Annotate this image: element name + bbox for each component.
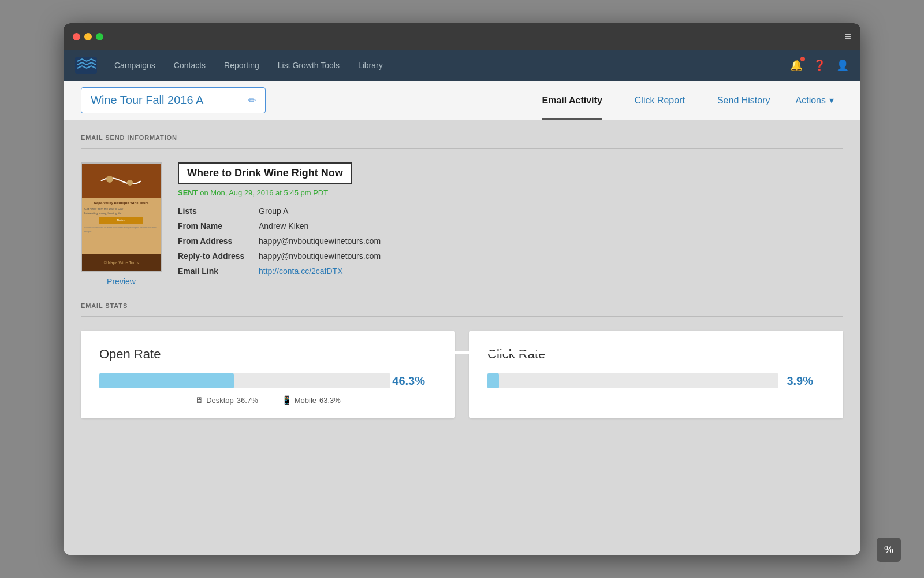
- thumb-bottom: © Napa Wine Tours: [82, 254, 161, 271]
- svg-point-1: [106, 176, 113, 183]
- open-rate-bar-row: 46.3%: [99, 373, 390, 388]
- click-rate-percentage: 3.9%: [787, 375, 813, 388]
- preview-link[interactable]: Preview: [81, 277, 162, 286]
- info-from-name: From Name Andrew Kiken: [178, 221, 843, 231]
- email-send-info-label: EMAIL SEND INFORMATION: [81, 134, 843, 141]
- tab-click-report[interactable]: Click Report: [619, 81, 701, 120]
- annotation-overlay: Subject Line A: [404, 339, 721, 366]
- email-stats-label: EMAIL STATS: [81, 302, 843, 309]
- chevron-down-icon: ▾: [829, 95, 834, 106]
- info-key-email-link: Email Link: [178, 266, 259, 276]
- thumb-mid: Napa Valley Boutique Wine Tours Get Away…: [82, 198, 161, 254]
- maximize-button[interactable]: [96, 33, 103, 40]
- svg-rect-0: [75, 57, 97, 74]
- nav-list-growth-tools[interactable]: List Growth Tools: [278, 61, 340, 70]
- thumb-top: [82, 164, 161, 198]
- close-button[interactable]: [73, 33, 80, 40]
- open-rate-sub-items: 🖥 Desktop 36.7% 📱 Mobile 63.3%: [99, 395, 437, 405]
- edit-icon[interactable]: ✏: [248, 95, 256, 106]
- actions-button[interactable]: Actions ▾: [787, 81, 843, 120]
- traffic-lights: [73, 33, 103, 40]
- info-key-from-name: From Name: [178, 221, 259, 231]
- accessibility-button[interactable]: %: [877, 538, 901, 562]
- info-val-lists: Group A: [259, 206, 288, 216]
- info-reply-to: Reply-to Address happy@nvboutiquewinetou…: [178, 251, 843, 261]
- title-bar: ≡: [64, 23, 860, 50]
- sub-divider: [270, 396, 270, 404]
- open-rate-percentage: 46.3%: [392, 375, 425, 388]
- menu-icon[interactable]: ≡: [844, 30, 851, 43]
- click-rate-bar: [487, 373, 499, 388]
- nav-bar: Campaigns Contacts Reporting List Growth…: [64, 50, 860, 81]
- info-val-from-address: happy@nvboutiquewinetours.com: [259, 236, 381, 246]
- notification-badge: [800, 57, 805, 61]
- open-rate-bar-container: [99, 373, 390, 388]
- annotation-arrow: [404, 341, 554, 364]
- tab-send-history[interactable]: Send History: [701, 81, 787, 120]
- email-send-wrapper: Napa Valley Boutique Wine Tours Get Away…: [81, 162, 843, 286]
- minimize-button[interactable]: [84, 33, 92, 40]
- info-from-address: From Address happy@nvboutiquewinetours.c…: [178, 236, 843, 246]
- tab-email-activity[interactable]: Email Activity: [526, 81, 618, 120]
- sub-nav: Email Activity Click Report Send History…: [526, 81, 843, 120]
- email-send-info-section: EMAIL SEND INFORMATION Napa Valley Bouti…: [81, 134, 843, 286]
- sent-line: SENT on Mon, Aug 29, 2016 at 5:45 pm PDT: [178, 188, 843, 197]
- accessibility-icon: %: [884, 544, 893, 556]
- info-key-lists: Lists: [178, 206, 259, 216]
- nav-reporting[interactable]: Reporting: [224, 61, 259, 70]
- open-rate-card: Open Rate 46.3% 🖥 Desktop 36.7%: [81, 331, 455, 418]
- mobile-label: Mobile: [295, 396, 316, 405]
- email-details: Where to Drink Wine Right Now SENT on Mo…: [178, 162, 843, 281]
- desktop-label: Desktop: [206, 396, 234, 405]
- app-window: ≡ Campaigns Contacts Reporting List Grow…: [64, 23, 860, 555]
- email-thumbnail: Napa Valley Boutique Wine Tours Get Away…: [81, 162, 162, 272]
- nav-contacts[interactable]: Contacts: [174, 61, 206, 70]
- user-icon[interactable]: 👤: [836, 59, 849, 72]
- sub-header: Wine Tour Fall 2016 A ✏ Email Activity C…: [64, 81, 860, 120]
- info-lists: Lists Group A: [178, 206, 843, 216]
- desktop-value: 36.7%: [237, 396, 258, 405]
- info-email-link: Email Link http://conta.cc/2cafDTX: [178, 266, 843, 276]
- open-rate-title: Open Rate: [99, 347, 437, 362]
- open-rate-sub: 🖥 Desktop 36.7% 📱 Mobile 63.3%: [99, 395, 437, 405]
- subject-line: Where to Drink Wine Right Now: [178, 162, 352, 184]
- nav-campaigns[interactable]: Campaigns: [114, 61, 155, 70]
- thumbnail-container: Napa Valley Boutique Wine Tours Get Away…: [81, 162, 162, 286]
- logo[interactable]: [75, 57, 97, 74]
- nav-library[interactable]: Library: [358, 61, 383, 70]
- mobile-icon: 📱: [282, 395, 292, 405]
- click-rate-bar-row: 3.9%: [487, 373, 778, 388]
- campaign-title: Wine Tour Fall 2016 A: [91, 94, 203, 107]
- content-area: EMAIL SEND INFORMATION Napa Valley Bouti…: [64, 120, 860, 555]
- mobile-value: 63.3%: [319, 396, 341, 405]
- open-rate-bar: [99, 373, 234, 388]
- mobile-stat: 📱 Mobile 63.3%: [282, 395, 341, 405]
- info-key-reply-to: Reply-to Address: [178, 251, 259, 261]
- info-val-reply-to: happy@nvboutiquewinetours.com: [259, 251, 381, 261]
- info-val-from-name: Andrew Kiken: [259, 221, 308, 231]
- actions-label: Actions: [796, 95, 826, 106]
- annotation-text: Subject Line A: [566, 339, 721, 366]
- desktop-icon: 🖥: [195, 395, 203, 405]
- sent-label: SENT: [178, 188, 198, 197]
- email-send-info: Napa Valley Boutique Wine Tours Get Away…: [81, 162, 843, 286]
- nav-right-icons: 🔔 ❓ 👤: [790, 59, 849, 72]
- svg-point-2: [127, 180, 133, 186]
- nav-links: Campaigns Contacts Reporting List Growth…: [114, 61, 383, 70]
- campaign-title-box: Wine Tour Fall 2016 A ✏: [81, 87, 266, 113]
- section-divider: [81, 148, 843, 149]
- help-icon[interactable]: ❓: [813, 59, 826, 72]
- sent-date: on Mon, Aug 29, 2016 at 5:45 pm PDT: [198, 188, 328, 197]
- click-rate-bar-container: [487, 373, 778, 388]
- stats-divider: [81, 316, 843, 317]
- desktop-stat: 🖥 Desktop 36.7%: [195, 395, 258, 405]
- info-key-from-address: From Address: [178, 236, 259, 246]
- info-val-email-link[interactable]: http://conta.cc/2cafDTX: [259, 266, 343, 276]
- notifications-icon[interactable]: 🔔: [790, 59, 803, 72]
